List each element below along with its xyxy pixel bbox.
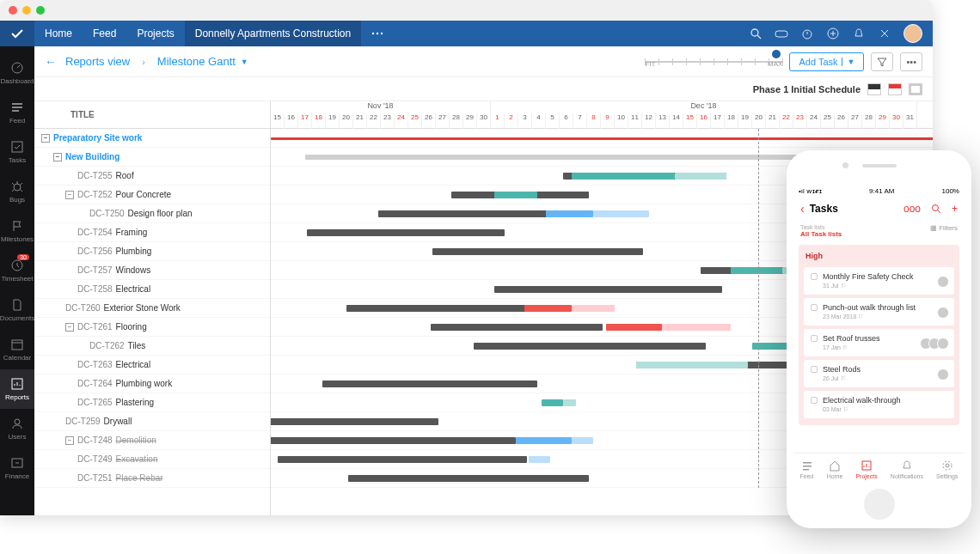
more-options-icon[interactable]: ••• [900,52,922,71]
task-row[interactable]: −New Building [34,148,270,167]
app-logo-icon[interactable] [0,21,34,46]
gantt-bar[interactable] [271,137,933,140]
filter-icon[interactable] [871,52,893,71]
collapse-toggle-icon[interactable]: − [65,191,74,199]
task-row[interactable]: −DC-T248Demolition [34,431,270,450]
gantt-bar[interactable] [546,210,593,217]
task-row[interactable]: DC-T258Electrical [34,280,270,299]
phone-search-icon[interactable] [931,204,941,214]
gantt-bar[interactable] [278,456,527,463]
tools-icon[interactable] [878,27,891,40]
sidebar-item-tasks[interactable]: Tasks [0,132,34,172]
back-icon[interactable]: ← [45,55,57,69]
phone-nav-settings[interactable]: Settings [936,460,958,479]
gantt-bar[interactable] [524,305,572,312]
sidebar-item-calendar[interactable]: Calendar [0,330,34,369]
phone-task-item[interactable]: Monthly Fire Safety Check31 Jul ⚐ [804,267,954,295]
gantt-bar[interactable] [378,210,567,217]
baseline-icon-1[interactable] [867,83,881,95]
gantt-bar[interactable] [271,437,516,444]
search-icon[interactable] [749,27,763,40]
gantt-bar[interactable] [494,286,722,293]
sidebar-item-dashboard[interactable]: Dashboard [0,53,34,93]
user-avatar[interactable] [903,24,922,43]
view-dropdown[interactable]: Milestone Gantt▼ [157,55,248,68]
breadcrumb[interactable]: Reports view [65,55,130,68]
gantt-bar[interactable] [636,362,748,368]
gantt-bar[interactable] [348,475,589,482]
collapse-toggle-icon[interactable]: − [65,323,74,332]
nav-home[interactable]: Home [34,21,83,46]
add-icon[interactable] [826,27,840,40]
task-row[interactable]: −DC-T252Pour Concrete [34,186,270,204]
task-row[interactable]: DC-T250Design floor plan [34,204,270,223]
phone-task-item[interactable]: Electrical walk-through03 Mar ⚐ [804,391,954,418]
gantt-bar[interactable] [572,437,593,444]
task-row[interactable]: DC-T256Plumbing [34,242,270,261]
sidebar-item-bugs[interactable]: Bugs [0,172,34,211]
task-row[interactable]: DC-T254Framing [34,223,270,242]
nav-feed[interactable]: Feed [83,21,126,46]
phone-list-selector[interactable]: All Task lists [800,230,842,238]
phone-nav-projects[interactable]: Projects [855,460,877,479]
sidebar-item-finance[interactable]: Finance [0,448,34,488]
sidebar-item-milestones[interactable]: Milestones [0,211,34,251]
sidebar-item-documents[interactable]: Documents [0,290,34,330]
phone-task-item[interactable]: Punch-out walk through list23 Mar 2018 ⚐ [804,298,954,326]
task-row[interactable]: DC-T257Windows [34,261,270,280]
phone-task-item[interactable]: Steel Rods26 Jul ⚐ [804,360,954,387]
task-row[interactable]: DC-T249Excavation [34,450,270,469]
phone-home-button[interactable] [864,489,895,520]
gantt-bar[interactable] [542,399,563,406]
close-window-icon[interactable] [9,6,17,15]
gantt-bar[interactable] [346,305,527,312]
task-row[interactable]: DC-T260Exterior Stone Work [34,299,270,318]
gantt-bar[interactable] [307,229,505,236]
sidebar-item-feed[interactable]: Feed [0,93,34,132]
phone-add-icon[interactable]: + [952,203,958,215]
gantt-bar[interactable] [731,267,782,274]
sidebar-item-reports[interactable]: Reports [0,369,34,409]
collapse-toggle-icon[interactable]: − [65,436,74,445]
gantt-bar[interactable] [606,324,662,331]
gantt-bar[interactable] [516,437,572,444]
timer-icon[interactable] [800,27,814,40]
phone-back-icon[interactable]: ‹ [800,202,805,216]
gantt-row[interactable] [271,129,933,148]
gantt-bar[interactable] [675,173,726,180]
add-task-button[interactable]: Add Task▼ [789,52,864,71]
task-row[interactable]: −Preparatory Site work [34,129,270,148]
nav-current-project[interactable]: Donnelly Apartments Construction [185,21,361,46]
sidebar-item-users[interactable]: Users [0,409,34,448]
minimize-window-icon[interactable] [22,6,31,15]
gantt-bar[interactable] [572,173,675,180]
gantt-bar[interactable] [474,343,706,350]
task-row[interactable]: DC-T264Plumbing work [34,374,270,393]
gantt-bar[interactable] [432,248,643,255]
export-icon[interactable] [909,83,922,95]
zoom-slider[interactable]: FIT MAX [645,53,782,70]
task-row[interactable]: DC-T265Plastering [34,393,270,412]
gamepad-icon[interactable] [775,27,788,40]
gantt-bar[interactable] [494,192,537,198]
collapse-toggle-icon[interactable]: − [41,134,50,143]
phone-filters-button[interactable]: ▦ Filters [930,224,958,238]
task-row[interactable]: DC-T259Drywall [34,412,270,431]
sidebar-item-timesheet[interactable]: Timesheet30 [0,251,34,290]
phone-nav-home[interactable]: Home [827,460,843,479]
nav-projects[interactable]: Projects [126,21,184,46]
task-row[interactable]: DC-T262Tiles [34,337,270,356]
gantt-bar[interactable] [662,324,731,331]
gantt-bar[interactable] [563,399,576,406]
gantt-bar[interactable] [431,324,603,331]
phone-nav-notifications[interactable]: Notifications [891,460,923,479]
task-row[interactable]: DC-T263Electrical [34,356,270,374]
task-row[interactable]: DC-T251Place Rebar [34,469,270,488]
phone-nav-feed[interactable]: Feed [800,460,814,479]
gantt-bar[interactable] [271,418,438,425]
gantt-bar[interactable] [529,456,550,463]
task-row[interactable]: −DC-T261Flooring [34,318,270,337]
collapse-toggle-icon[interactable]: − [53,153,62,161]
phone-more-icon[interactable]: ooo [903,203,921,215]
baseline-icon-2[interactable] [888,83,902,95]
